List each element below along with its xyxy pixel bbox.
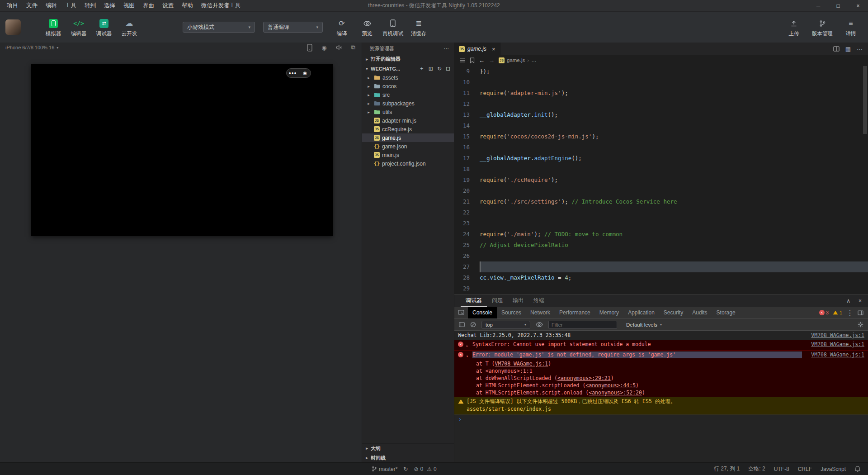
toolbar-button-editor[interactable]: </>编辑器: [67, 18, 90, 37]
expand-caret-icon[interactable]: ▾: [466, 353, 470, 360]
game-canvas[interactable]: ●●● ◉: [31, 64, 333, 236]
console-sidebar-icon[interactable]: [459, 322, 465, 327]
line-number[interactable]: 9: [454, 66, 480, 77]
bookmark-icon[interactable]: [470, 57, 475, 63]
line-number[interactable]: 28: [454, 272, 480, 283]
back-arrow-icon[interactable]: ←: [479, 57, 485, 64]
bell-icon[interactable]: [854, 466, 861, 472]
tree-item-assets[interactable]: ▸assets: [362, 73, 454, 82]
line-number[interactable]: 16: [454, 142, 480, 153]
line-number[interactable]: 23: [454, 218, 480, 229]
tree-item-subpackages[interactable]: ▸subpackages: [362, 99, 454, 108]
tab-game-js[interactable]: JS game.js ×: [454, 43, 500, 55]
code-line-25[interactable]: 25// Adjust devicePixelRatio: [454, 240, 868, 251]
code-area[interactable]: 9});1011require('adapter-min.js');1213__…: [454, 65, 868, 294]
devtools-tab-memory[interactable]: Memory: [595, 307, 623, 318]
toolbar-button-debugger[interactable]: ⇄调试器: [92, 18, 116, 37]
compile-mode-dropdown[interactable]: 普通编译 ▾: [263, 22, 323, 33]
menu-item[interactable]: 工具: [61, 0, 80, 11]
devtools-tab-application[interactable]: Application: [623, 307, 659, 318]
open-editors-section[interactable]: ▸ 打开的编辑器: [362, 54, 454, 64]
toolbar-button-remote-debug[interactable]: 真机调试: [381, 18, 405, 37]
more-icon[interactable]: ⋯: [857, 46, 863, 52]
avatar[interactable]: [5, 19, 21, 35]
source-link[interactable]: VM708 WAGame.js:1: [495, 361, 548, 367]
dock-side-icon[interactable]: [858, 310, 863, 315]
toolbar-button-details[interactable]: ≡详情: [839, 18, 863, 37]
code-line-23[interactable]: 23: [454, 218, 868, 229]
console-prompt[interactable]: ›: [454, 414, 868, 424]
menu-item[interactable]: 界面: [139, 0, 158, 11]
tree-item-src[interactable]: ▸src: [362, 90, 454, 99]
expand-caret-icon[interactable]: ▸: [466, 342, 470, 349]
line-number[interactable]: 13: [454, 109, 480, 120]
code-line-9[interactable]: 9});: [454, 66, 868, 77]
collapse-all-icon[interactable]: ⊟: [446, 66, 450, 72]
toolbar-button-clear-cache[interactable]: ≣清缓存: [407, 18, 430, 37]
source-link[interactable]: VM708 WAGame.js:1: [805, 352, 864, 358]
menu-item[interactable]: 视图: [119, 0, 139, 11]
code-line-13[interactable]: 13__globalAdapter.init();: [454, 109, 868, 120]
source-link[interactable]: <anonymous>:29:21: [557, 375, 611, 381]
code-line-14[interactable]: 14: [454, 120, 868, 131]
context-selector[interactable]: top ▾: [481, 321, 530, 329]
inspect-element-icon[interactable]: [454, 310, 468, 316]
project-section[interactable]: ▾ WECHATG... ＋ ⊞ ↻ ⊟: [362, 64, 454, 73]
devtools-tab-storage[interactable]: Storage: [712, 307, 740, 318]
toolbar-button-cloud-dev[interactable]: ☁云开发: [118, 18, 141, 37]
menu-item[interactable]: 选择: [100, 0, 119, 11]
menu-item[interactable]: 编辑: [42, 0, 61, 11]
toolbar-button-version-manage[interactable]: 版本管理: [810, 18, 835, 37]
tree-item-adapter-min.js[interactable]: JSadapter-min.js: [362, 116, 454, 125]
editor-scrollbar[interactable]: [863, 66, 867, 134]
git-branch[interactable]: master*: [372, 466, 397, 472]
device-selector[interactable]: iPhone 6/7/8 100% 16: [5, 45, 54, 50]
tree-item-game.json[interactable]: {}game.json: [362, 142, 454, 151]
devtools-tab-console[interactable]: Console: [468, 307, 497, 318]
maximize-button[interactable]: □: [828, 0, 848, 11]
console-error-count[interactable]: ×3: [819, 310, 829, 315]
code-line-10[interactable]: 10: [454, 77, 868, 88]
layout-icon[interactable]: ▦: [845, 46, 851, 52]
source-link[interactable]: VM708 WAGame.js:1: [805, 341, 864, 348]
menu-item[interactable]: 转到: [80, 0, 100, 11]
line-number[interactable]: 14: [454, 120, 480, 131]
menu-item[interactable]: 项目: [3, 0, 22, 11]
close-icon[interactable]: ×: [492, 46, 495, 52]
code-line-21[interactable]: 21require('./src/settings'); // Introduc…: [454, 196, 868, 207]
encoding-setting[interactable]: UTF-8: [774, 466, 789, 472]
line-number[interactable]: 12: [454, 99, 480, 109]
gear-icon[interactable]: [858, 322, 863, 328]
tree-item-ccRequire.js[interactable]: JSccRequire.js: [362, 125, 454, 133]
toolbar-button-compile[interactable]: ⟳编译: [330, 18, 354, 37]
line-number[interactable]: 10: [454, 77, 480, 88]
line-number[interactable]: 26: [454, 251, 480, 261]
code-line-11[interactable]: 11require('adapter-min.js');: [454, 88, 868, 99]
debug-tab-终端[interactable]: 终端: [528, 294, 549, 307]
code-line-26[interactable]: 26: [454, 251, 868, 261]
source-link[interactable]: <anonymous>:52:20: [589, 390, 642, 396]
source-link[interactable]: VM708 WAGame.js:1: [805, 332, 864, 339]
menu-item[interactable]: 文件: [22, 0, 42, 11]
toolbar-button-upload[interactable]: 上传: [782, 18, 806, 37]
live-expression-eye-icon[interactable]: [536, 322, 543, 328]
screenshot-icon[interactable]: ⧉: [351, 44, 355, 51]
split-editor-icon[interactable]: [833, 46, 840, 52]
line-number[interactable]: 27: [454, 261, 480, 272]
code-line-28[interactable]: 28cc.view._maxPixelRatio = 4;: [454, 272, 868, 283]
more-icon[interactable]: ⋯: [444, 46, 449, 52]
tree-item-cocos[interactable]: ▸cocos: [362, 82, 454, 90]
devtools-tab-network[interactable]: Network: [526, 307, 555, 318]
outline-section[interactable]: ▸ 大纲: [362, 443, 454, 453]
toolbar-button-simulator[interactable]: 模拟器: [42, 18, 65, 37]
devtools-tab-sources[interactable]: Sources: [497, 307, 526, 318]
rotate-device-icon[interactable]: [307, 44, 312, 52]
line-number[interactable]: 15: [454, 131, 480, 142]
menu-item[interactable]: 帮助: [178, 0, 197, 11]
close-button[interactable]: ×: [848, 0, 868, 11]
tree-item-project.config.json[interactable]: {}project.config.json: [362, 159, 454, 168]
source-link[interactable]: <anonymous>:44:5: [585, 382, 636, 389]
line-number[interactable]: 29: [454, 283, 480, 294]
code-line-24[interactable]: 24require('./main'); // TODO: move to co…: [454, 229, 868, 240]
cursor-position[interactable]: 行 27, 列 1: [714, 465, 740, 473]
